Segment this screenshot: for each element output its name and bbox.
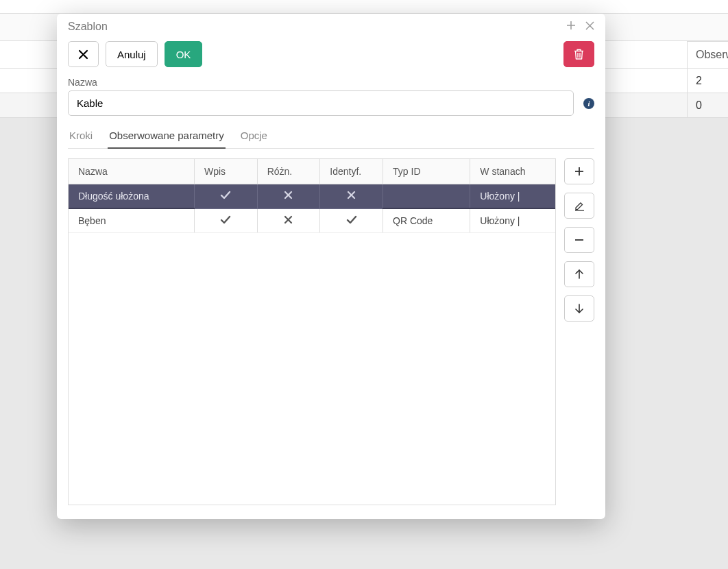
edit-row-button[interactable] xyxy=(564,193,594,219)
table-row[interactable]: BębenQR CodeUłożony | xyxy=(69,208,555,233)
move-up-button[interactable] xyxy=(564,261,594,287)
remove-row-button[interactable] xyxy=(564,227,594,253)
check-icon xyxy=(346,215,357,226)
info-icon[interactable]: i xyxy=(583,98,594,109)
modal-title: Szablon xyxy=(68,21,108,33)
cell-identyf xyxy=(320,208,383,233)
th-wpis[interactable]: Wpis xyxy=(194,159,257,184)
cell-wstanach: Ułożony | xyxy=(470,208,555,233)
th-wstanach[interactable]: W stanach xyxy=(470,159,555,184)
tab-steps[interactable]: Kroki xyxy=(68,125,94,148)
check-icon xyxy=(220,191,231,202)
table-row[interactable]: Długość ułożonaUłożony | xyxy=(69,184,555,209)
cell-wpis xyxy=(194,184,257,209)
cell-nazwa: Długość ułożona xyxy=(69,184,194,209)
add-icon[interactable] xyxy=(566,21,576,33)
close-icon[interactable] xyxy=(585,21,594,33)
toolbar: Anuluj OK xyxy=(68,41,594,67)
tab-options[interactable]: Opcje xyxy=(239,125,269,148)
ok-button[interactable]: OK xyxy=(165,41,203,67)
cell-wpis xyxy=(194,208,257,233)
cell-typid xyxy=(383,184,470,209)
tab-observed[interactable]: Obserwowane parametry xyxy=(108,125,226,148)
delete-button[interactable] xyxy=(563,41,594,67)
add-row-button[interactable] xyxy=(564,158,594,184)
cross-icon xyxy=(284,191,293,202)
cross-icon xyxy=(347,191,356,202)
tabs: Kroki Obserwowane parametry Opcje xyxy=(68,125,594,149)
side-buttons xyxy=(564,158,594,505)
cell-wstanach: Ułożony | xyxy=(470,184,555,209)
cross-icon xyxy=(284,215,293,226)
close-button[interactable] xyxy=(68,41,99,67)
modal-header: Szablon xyxy=(57,14,605,38)
move-down-button[interactable] xyxy=(564,295,594,322)
name-input[interactable] xyxy=(68,90,574,116)
cell-typid: QR Code xyxy=(383,208,470,233)
th-rozn[interactable]: Różn. xyxy=(257,159,320,184)
th-typid[interactable]: Typ ID xyxy=(383,159,470,184)
modal-dialog: Szablon Anuluj OK xyxy=(57,14,605,519)
cell-identyf xyxy=(320,184,383,209)
th-identyf[interactable]: Identyf. xyxy=(320,159,383,184)
cell-rozn xyxy=(257,184,320,209)
cell-nazwa: Bęben xyxy=(69,208,194,233)
name-label: Nazwa xyxy=(68,77,594,88)
cancel-button[interactable]: Anuluj xyxy=(106,41,158,67)
check-icon xyxy=(220,215,231,226)
cell-rozn xyxy=(257,208,320,233)
modal-overlay: Szablon Anuluj OK xyxy=(0,0,728,569)
th-nazwa[interactable]: Nazwa xyxy=(69,159,194,184)
parameters-table: Nazwa Wpis Różn. Identyf. Typ ID W stana… xyxy=(68,158,556,505)
